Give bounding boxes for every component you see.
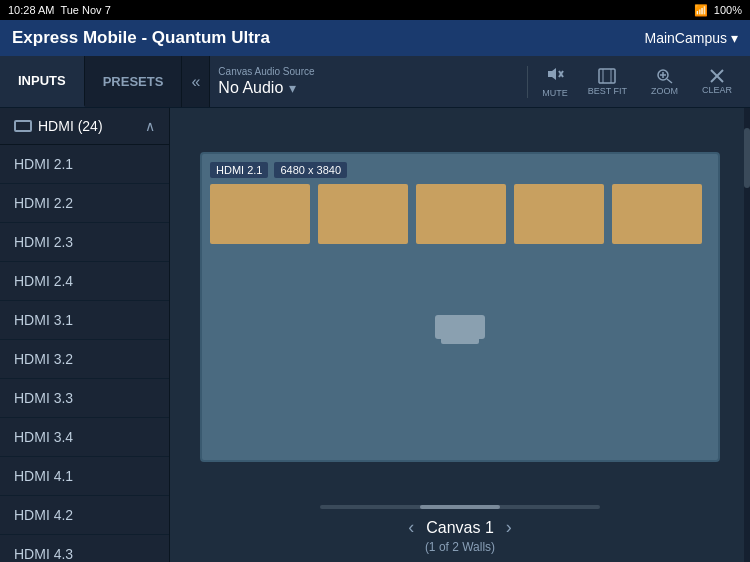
presets-tab[interactable]: PRESETS [85,56,183,107]
collapse-button[interactable]: « [182,56,210,107]
best-fit-label: BEST FIT [588,86,627,96]
hdmi-symbol-icon [14,120,32,132]
canvas-title: Canvas 1 [426,519,494,537]
right-scrollbar[interactable] [744,108,750,562]
canvas-prev-button[interactable]: ‹ [408,517,414,538]
best-fit-button[interactable]: BEST FIT [578,64,637,100]
canvas-input-badge: HDMI 2.1 [210,162,268,178]
mute-button[interactable]: MUTE [532,62,578,102]
list-item[interactable]: HDMI 2.3 [0,223,169,262]
status-time: 10:28 AM Tue Nov 7 [8,4,111,16]
main-layout: HDMI (24) ∧ HDMI 2.1 HDMI 2.2 HDMI 2.3 H… [0,108,750,562]
campus-chevron-icon: ▾ [731,30,738,46]
hdmi-connector-icon [435,315,485,339]
audio-source-value: No Audio [218,79,283,97]
list-item[interactable]: HDMI 3.4 [0,418,169,457]
audio-source-select[interactable]: No Audio ▾ [218,79,515,97]
audio-chevron-icon: ▾ [289,80,296,96]
canvas-area: HDMI 2.1 6480 x 3840 [170,108,750,562]
canvas-center-icon [435,315,485,339]
list-item[interactable]: HDMI 3.1 [0,301,169,340]
list-item[interactable]: HDMI 3.2 [0,340,169,379]
scroll-thumb [420,505,500,509]
hdmi-group-label: HDMI (24) [14,118,103,134]
audio-divider [527,66,528,98]
canvas-resolution-badge: 6480 x 3840 [274,162,347,178]
campus-selector[interactable]: MainCampus ▾ [645,30,738,46]
canvas-navigation: ‹ Canvas 1 › [408,517,512,538]
campus-label: MainCampus [645,30,727,46]
canvas-next-button[interactable]: › [506,517,512,538]
inputs-tab[interactable]: INPUTS [0,56,85,107]
mute-icon [546,66,564,86]
zoom-icon [655,68,673,84]
audio-source-label: Canvas Audio Source [218,66,515,77]
thumbnail-3 [416,184,506,244]
thumbnail-4 [514,184,604,244]
canvas-subtitle: (1 of 2 Walls) [425,540,495,554]
mute-label: MUTE [542,88,568,98]
thumbnail-1 [210,184,310,244]
best-fit-icon [598,68,616,84]
list-item[interactable]: HDMI 4.2 [0,496,169,535]
title-bar: Express Mobile - Quantum Ultra MainCampu… [0,20,750,56]
scrollbar-thumb [744,128,750,188]
canvas-label-bar: HDMI 2.1 6480 x 3840 [210,162,347,178]
toolbar-right-actions: BEST FIT ZOOM CLEAR [578,64,750,100]
audio-source-section: Canvas Audio Source No Audio ▾ [210,56,523,107]
thumbnail-5 [612,184,702,244]
list-item[interactable]: HDMI 2.4 [0,262,169,301]
zoom-button[interactable]: ZOOM [641,64,688,100]
svg-line-7 [667,79,672,83]
clear-button[interactable]: CLEAR [692,65,742,99]
clear-icon [710,69,724,83]
sidebar: HDMI (24) ∧ HDMI 2.1 HDMI 2.2 HDMI 2.3 H… [0,108,170,562]
canvas-thumbnails [210,184,702,244]
app-title: Express Mobile - Quantum Ultra [12,28,270,48]
status-bar: 10:28 AM Tue Nov 7 📶 100% [0,0,750,20]
wifi-icon: 📶 [694,4,708,17]
hdmi-group-header[interactable]: HDMI (24) ∧ [0,108,169,145]
clear-label: CLEAR [702,85,732,95]
canvas-frame[interactable]: HDMI 2.1 6480 x 3840 [200,152,720,462]
svg-rect-3 [599,69,615,83]
zoom-label: ZOOM [651,86,678,96]
canvas-bottom-nav: ‹ Canvas 1 › (1 of 2 Walls) [170,505,750,562]
canvas-viewport: HDMI 2.1 6480 x 3840 [170,108,750,505]
group-collapse-icon: ∧ [145,118,155,134]
list-item[interactable]: HDMI 4.3 [0,535,169,562]
toolbar: INPUTS PRESETS « Canvas Audio Source No … [0,56,750,108]
svg-marker-0 [548,68,556,80]
list-item[interactable]: HDMI 2.1 [0,145,169,184]
list-item[interactable]: HDMI 3.3 [0,379,169,418]
thumbnail-2 [318,184,408,244]
list-item[interactable]: HDMI 2.2 [0,184,169,223]
battery-indicator: 100% [714,4,742,16]
scroll-track [320,505,600,509]
list-item[interactable]: HDMI 4.1 [0,457,169,496]
